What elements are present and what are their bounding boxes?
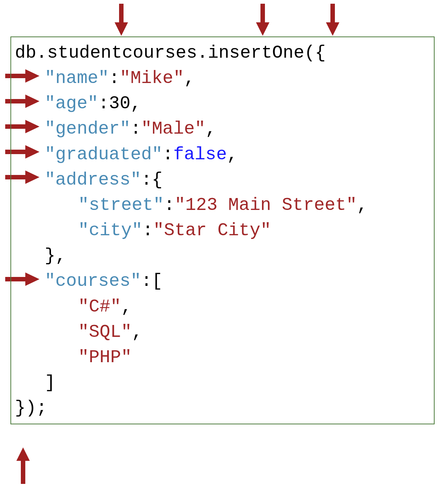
code-line-address-close: }, bbox=[15, 243, 430, 268]
arrow-down-2 bbox=[255, 4, 271, 36]
code-block: db.studentcourses.insertOne({ "name":"Mi… bbox=[10, 36, 435, 424]
arrow-down-1 bbox=[113, 4, 129, 36]
code-line-courses-close: ] bbox=[15, 370, 430, 395]
code-line-gender: "gender":"Male", bbox=[15, 116, 430, 141]
code-line-city: "city":"Star City" bbox=[15, 218, 430, 243]
code-line-courses-open: "courses":[ bbox=[15, 268, 430, 294]
code-line-insert: db.studentcourses.insertOne({ bbox=[15, 40, 430, 66]
code-line-course3: "PHP" bbox=[15, 345, 430, 370]
arrow-up-1 bbox=[15, 447, 31, 484]
code-line-course1: "C#", bbox=[15, 294, 430, 319]
code-line-name: "name":"Mike", bbox=[15, 66, 430, 91]
code-line-end: }); bbox=[15, 395, 430, 421]
code-line-course2: "SQL", bbox=[15, 319, 430, 345]
arrow-down-3 bbox=[324, 4, 341, 36]
code-line-graduated: "graduated":false, bbox=[15, 142, 430, 167]
code-line-street: "street":"123 Main Street", bbox=[15, 192, 430, 218]
code-line-address-open: "address":{ bbox=[15, 167, 430, 192]
code-line-age: "age":30, bbox=[15, 91, 430, 116]
